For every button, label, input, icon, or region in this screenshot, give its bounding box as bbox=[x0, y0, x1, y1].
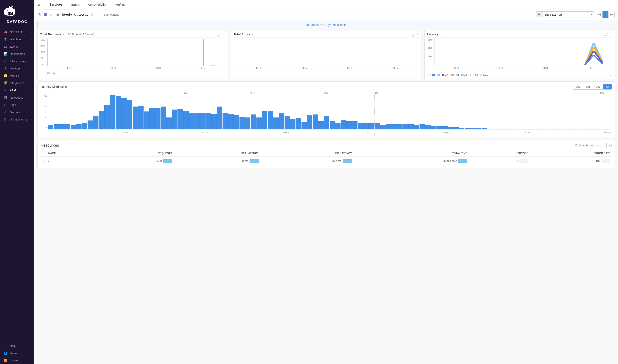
tab-traces[interactable]: Traces bbox=[67, 0, 84, 9]
chevron-right-icon: ▸ bbox=[31, 45, 33, 48]
sidebar-item-apm[interactable]: ≣APM▸ bbox=[0, 87, 34, 94]
column-header[interactable]: P50 LATENCY bbox=[173, 150, 260, 157]
shield-icon: 🛡 bbox=[3, 110, 8, 114]
forward-button[interactable] bbox=[608, 11, 614, 18]
chevron-down-icon[interactable]: ▼ bbox=[440, 33, 442, 36]
legend-item-max[interactable]: Max bbox=[480, 74, 488, 76]
chevron-right-icon: ▸ bbox=[31, 53, 33, 55]
sidebar-item-monitors[interactable]: ⚠Monitors▸ bbox=[0, 65, 34, 72]
favorite-star-icon[interactable]: ☆ bbox=[49, 13, 52, 17]
tab-profiles[interactable]: Profiles bbox=[111, 0, 129, 9]
sidebar-item-metrics[interactable]: 🧭Metrics▸ bbox=[0, 72, 34, 79]
time-label: The Past Hour bbox=[542, 13, 588, 16]
latency-chart[interactable]: 3002001000 13:0013:1513:3013:45 bbox=[427, 39, 612, 71]
tab-services[interactable]: Services bbox=[45, 0, 67, 9]
search-resources[interactable] bbox=[573, 143, 607, 148]
percentile-button-p90[interactable]: p90 bbox=[573, 84, 583, 89]
percentile-marker-p50: p50 bbox=[183, 92, 187, 135]
latency-distribution-chart[interactable]: 6004002000 p50p75p90p95p99 050 ms100 ms1… bbox=[41, 92, 612, 135]
legend-item-p75[interactable]: p75 bbox=[442, 74, 449, 76]
sidebar-item-infrastructure[interactable]: ⚙Infrastructure▸ bbox=[0, 57, 34, 65]
percentile-button-p99[interactable]: p99 bbox=[593, 84, 603, 89]
sidebar-item-label: Logs bbox=[10, 103, 16, 106]
svg-rect-8 bbox=[606, 13, 606, 16]
percentile-marker-p99: p99 bbox=[600, 92, 604, 135]
sidebar-item-events[interactable]: 🗂Events▸ bbox=[0, 43, 34, 50]
fullscreen-icon[interactable]: ⛶ bbox=[218, 33, 220, 36]
apm-icon bbox=[38, 3, 42, 6]
alert-icon: ⚠ bbox=[3, 67, 8, 70]
sort-arrow-icon: ↓ bbox=[42, 152, 43, 155]
time-range-selector[interactable]: 1h The Past Hour ▾ bbox=[536, 11, 594, 18]
legend-item-p95[interactable]: p95 bbox=[461, 74, 468, 76]
logs-icon: 🗒 bbox=[3, 103, 8, 106]
sidebar-footer-help[interactable]: ?Help bbox=[0, 342, 34, 350]
column-header[interactable]: ↓ bbox=[41, 150, 47, 157]
svg-point-6 bbox=[40, 14, 41, 16]
chevron-right-icon: ▸ bbox=[31, 67, 33, 69]
fullscreen-icon[interactable]: ⛶ bbox=[605, 33, 608, 36]
rewind-button[interactable] bbox=[596, 11, 602, 18]
svg-rect-3 bbox=[38, 4, 40, 5]
info-icon[interactable]: ⓘ bbox=[91, 13, 94, 16]
gear-icon[interactable] bbox=[609, 144, 612, 147]
chevron-right-icon: ▸ bbox=[31, 82, 33, 84]
sidebar-item-logs[interactable]: 🗒Logs▸ bbox=[0, 101, 34, 108]
legend-item-p99[interactable]: p99 bbox=[470, 74, 478, 76]
card-title: Total Errors bbox=[234, 33, 250, 36]
export-icon[interactable]: ⇪ bbox=[223, 33, 225, 36]
megaphone-icon: 📣 bbox=[3, 30, 8, 34]
sidebar-item-watchdog[interactable]: 🔭Watchdog▸ bbox=[0, 36, 34, 43]
errors-chart[interactable]: 13:0013:1513:3013:45 bbox=[234, 39, 419, 71]
chevron-down-icon[interactable]: ▼ bbox=[252, 33, 254, 36]
service-color-swatch[interactable] bbox=[44, 13, 47, 16]
sidebar-item-label: Metrics bbox=[10, 74, 19, 78]
sidebar-nav: 📣New Stuff!▸🔭Watchdog▸🗂Events▸📊Dashboard… bbox=[0, 28, 34, 123]
pause-button[interactable] bbox=[602, 11, 608, 18]
column-header[interactable]: P99 LATENCY bbox=[260, 150, 353, 157]
fullscreen-icon[interactable]: ⛶ bbox=[411, 33, 414, 36]
column-header[interactable]: NAME bbox=[47, 150, 90, 157]
sidebar-item-label: Monitors bbox=[10, 67, 21, 70]
sidebar-item-dashboards[interactable]: 📊Dashboards▸ bbox=[0, 50, 34, 57]
column-header[interactable]: REQUESTS bbox=[90, 150, 173, 157]
sidebar-item-label: Watchdog bbox=[10, 38, 22, 41]
percentile-button-p95[interactable]: p95 bbox=[583, 84, 593, 89]
sidebar-item-label: APM bbox=[10, 89, 16, 92]
puzzle-icon: 🧩 bbox=[3, 81, 8, 85]
requests-chart[interactable]: 20K15K10K5K0K 13:0013:1513:3013:45 bbox=[40, 39, 225, 71]
chevron-right-icon: ▸ bbox=[31, 104, 33, 106]
column-header[interactable]: ↓ TOTAL TIME bbox=[353, 150, 469, 157]
sidebar-item-ux-monitoring[interactable]: 🖥UX Monitoring▸ bbox=[0, 116, 34, 123]
legend-item-p90[interactable]: p90 bbox=[451, 74, 459, 76]
sidebar-item-security[interactable]: 🛡Security▸ bbox=[0, 108, 34, 116]
sidebar-item-new-stuff-[interactable]: 📣New Stuff!▸ bbox=[0, 28, 34, 36]
sidebar-footer-dlopez[interactable]: 🟠dlopez bbox=[0, 357, 34, 364]
sidebar-item-label: Dashboards bbox=[10, 52, 25, 55]
chevron-down-icon[interactable]: ▼ bbox=[63, 33, 65, 36]
chevron-down-icon: ▾ bbox=[588, 13, 594, 16]
column-header[interactable]: ERROR RATE bbox=[530, 150, 612, 157]
sidebar-item-label: New Stuff! bbox=[10, 30, 23, 34]
table-row[interactable]: ☆/19.9k98 ms377 ms35 min 46 s00% bbox=[41, 157, 612, 165]
tab-app-analytics[interactable]: App Analytics bbox=[84, 0, 111, 9]
percentile-button-all[interactable]: All bbox=[603, 84, 612, 89]
export-icon[interactable]: ⇪ bbox=[416, 33, 419, 36]
sidebar-item-notebooks[interactable]: 📓Notebooks▸ bbox=[0, 94, 34, 101]
column-header[interactable]: ERRORS bbox=[469, 150, 530, 157]
legend-item-p50[interactable]: p50 bbox=[432, 74, 440, 76]
legend-scroll-left[interactable]: ‹ bbox=[427, 73, 431, 77]
legend-scroll-right[interactable]: › bbox=[609, 73, 612, 77]
favorite-star-icon[interactable]: ☆ bbox=[42, 159, 45, 163]
monitors-banner[interactable]: No Monitors or Synthetic Tests bbox=[37, 22, 615, 28]
svg-point-11 bbox=[610, 145, 611, 146]
service-name: my_lovely_gateway bbox=[55, 13, 89, 17]
search-input[interactable] bbox=[579, 144, 605, 147]
card-total-requests: Total Requests ▼ 20.2k total (5.6 req/s)… bbox=[37, 30, 228, 79]
sidebar-item-label: Infrastructure bbox=[10, 60, 26, 63]
sidebar-item-integrations[interactable]: 🧩Integrations▸ bbox=[0, 79, 34, 87]
settings-gears-icon[interactable] bbox=[38, 13, 42, 16]
sidebar-footer-team[interactable]: 👥Team bbox=[0, 350, 34, 357]
sidebar-item-label: UX Monitoring bbox=[10, 118, 27, 121]
export-icon[interactable]: ⇪ bbox=[610, 33, 612, 36]
